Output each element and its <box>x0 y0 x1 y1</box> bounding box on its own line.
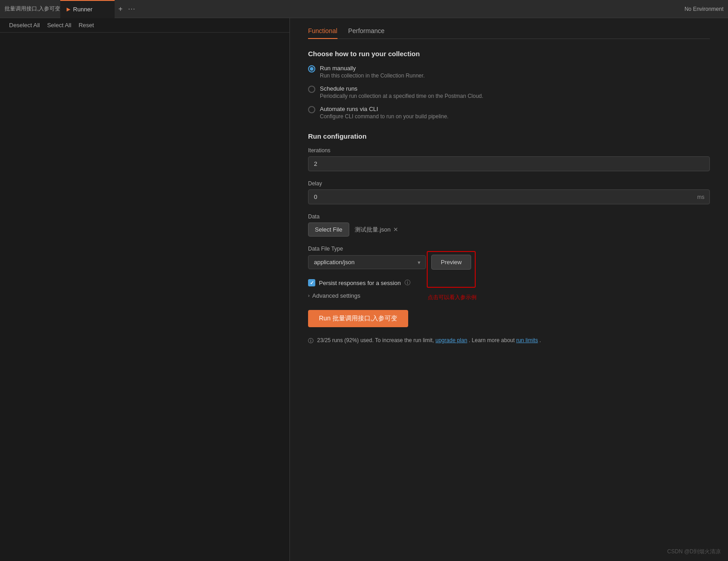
new-tab-button[interactable]: + <box>115 5 126 13</box>
file-name-text: 测试批量.json <box>355 226 391 234</box>
run-limits-link[interactable]: run limits <box>516 337 538 343</box>
radio-run-manually-sublabel: Run this collection in the Collection Ru… <box>320 73 424 79</box>
radio-automate-sublabel: Configure CLI command to run on your bui… <box>320 113 448 120</box>
delay-field: Delay ms <box>308 180 710 204</box>
deselect-all-button[interactable]: Deselect All <box>9 22 40 29</box>
radio-automate[interactable]: Automate runs via CLI Configure CLI comm… <box>308 106 710 120</box>
delay-suffix: ms <box>697 194 704 200</box>
delay-label: Delay <box>308 180 710 187</box>
info-icon: ⓘ <box>405 279 410 287</box>
preview-button[interactable]: Preview <box>431 255 471 270</box>
file-remove-button[interactable]: ✕ <box>393 226 398 233</box>
watermark: CSDN @D到烟火清凉 <box>667 548 721 556</box>
runner-tab[interactable]: ▶ Runner <box>60 0 115 18</box>
radio-schedule-text: Schedule runs Periodically run collectio… <box>320 85 483 99</box>
upgrade-plan-link[interactable]: upgrade plan <box>435 337 467 343</box>
radio-run-manually[interactable]: Run manually Run this collection in the … <box>308 65 710 79</box>
info-text-3: . <box>540 337 541 343</box>
reset-button[interactable]: Reset <box>78 22 94 29</box>
runner-tab-icon: ▶ <box>67 6 70 12</box>
radio-run-manually-indicator <box>308 65 315 73</box>
tab-functional[interactable]: Functional <box>308 27 337 39</box>
radio-run-manually-text: Run manually Run this collection in the … <box>320 65 424 79</box>
main-layout: Deselect All Select All Reset Functional… <box>0 18 728 561</box>
data-file-type-row: application/json text/csv ▼ Preview 点击可以… <box>308 255 710 270</box>
radio-schedule-sublabel: Periodically run collection at a specifi… <box>320 93 483 99</box>
select-file-button[interactable]: Select File <box>308 222 349 237</box>
radio-automate-text: Automate runs via CLI Configure CLI comm… <box>320 106 448 120</box>
select-all-button[interactable]: Select All <box>47 22 71 29</box>
delay-input[interactable] <box>308 189 710 204</box>
left-panel: Deselect All Select All Reset <box>0 18 290 561</box>
info-text-1: 23/25 runs (92%) used. To increase the r… <box>317 337 434 343</box>
checkbox-check-icon: ✓ <box>310 280 314 286</box>
action-bar: Deselect All Select All Reset <box>0 18 289 33</box>
info-circle-icon: ⓘ <box>308 337 313 345</box>
persist-label: Persist responses for a session <box>319 280 401 286</box>
iterations-input[interactable] <box>308 156 710 171</box>
preview-annotation: Preview 点击可以看入参示例 <box>431 255 471 270</box>
radio-schedule[interactable]: Schedule runs Periodically run collectio… <box>308 85 710 99</box>
top-bar: 批量调用接口,入参可变 ▶ Runner + ··· No Environmen… <box>0 0 728 18</box>
data-file-type-wrapper: application/json text/csv ▼ <box>308 255 426 269</box>
advanced-settings-label: Advanced settings <box>312 292 360 299</box>
info-message: 23/25 runs (92%) used. To increase the r… <box>317 336 541 344</box>
chevron-right-icon: › <box>308 293 309 298</box>
advanced-settings-toggle[interactable]: › Advanced settings <box>308 292 710 299</box>
data-file-type-select[interactable]: application/json text/csv <box>308 255 426 269</box>
persist-row: ✓ Persist responses for a session ⓘ <box>308 279 710 287</box>
tab-performance[interactable]: Performance <box>348 27 385 39</box>
radio-schedule-label: Schedule runs <box>320 85 483 92</box>
persist-checkbox[interactable]: ✓ <box>308 279 315 286</box>
radio-automate-indicator <box>308 106 315 113</box>
info-row: ⓘ 23/25 runs (92%) used. To increase the… <box>308 336 710 345</box>
file-name-tag: 测试批量.json ✕ <box>355 226 398 234</box>
data-file-type-label: Data File Type <box>308 246 710 252</box>
info-text-2: . Learn more about <box>469 337 515 343</box>
data-row: Select File 测试批量.json ✕ <box>308 222 710 237</box>
data-label: Data <box>308 213 710 220</box>
radio-automate-label: Automate runs via CLI <box>320 106 448 112</box>
run-config-title: Run configuration <box>308 132 710 140</box>
iterations-label: Iterations <box>308 147 710 154</box>
run-collection-button[interactable]: Run 批量调用接口,入参可变 <box>308 310 408 327</box>
run-section-title: Choose how to run your collection <box>308 50 710 58</box>
radio-run-manually-label: Run manually <box>320 65 424 72</box>
tabs-row: Functional Performance <box>308 27 710 39</box>
environment-selector[interactable]: No Environment <box>685 6 723 12</box>
delay-input-wrapper: ms <box>308 189 710 204</box>
data-file-type-field: Data File Type application/json text/csv… <box>308 246 710 270</box>
runner-tab-label: Runner <box>73 6 92 13</box>
app-title: 批量调用接口,入参可变 <box>5 5 60 13</box>
more-tabs-button[interactable]: ··· <box>126 5 137 13</box>
data-field: Data Select File 测试批量.json ✕ <box>308 213 710 237</box>
right-panel: Functional Performance Choose how to run… <box>290 18 728 561</box>
radio-schedule-indicator <box>308 86 315 93</box>
iterations-field: Iterations <box>308 147 710 171</box>
run-mode-group: Run manually Run this collection in the … <box>308 65 710 120</box>
